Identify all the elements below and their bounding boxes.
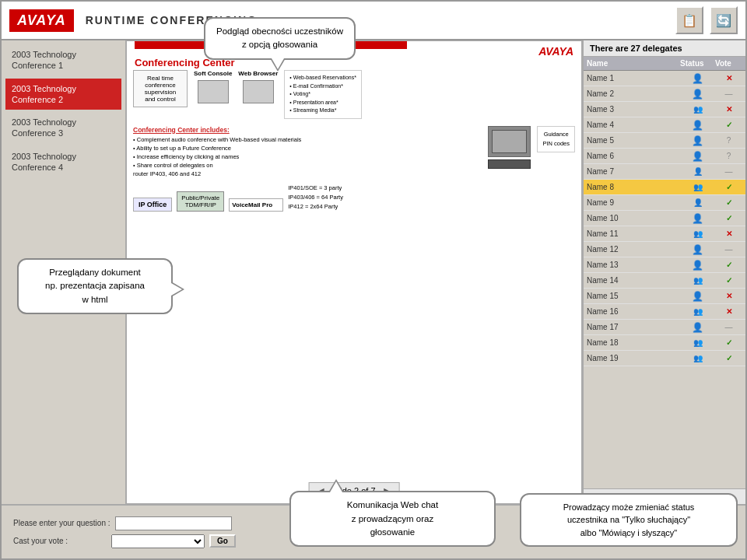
slide-bottom-row: IP Office Public/PrivateTDM/FR/IP VoiceM… — [127, 181, 581, 214]
table-row: Name 18 👥 ✓ — [584, 335, 745, 351]
bubble2-text: Przeglądany dokumentnp. prezentacja zapi… — [45, 268, 145, 304]
sidebar-item-conf1[interactable]: 2003 TechnologyConference 1 — [5, 44, 121, 76]
bubble4-text: Prowadzący może zmieniać statusuczestnik… — [563, 502, 695, 537]
table-row: Name 4 👤 ✓ — [584, 117, 745, 133]
bottom-form: Please enter your question : Cast your v… — [13, 516, 236, 548]
vote-select[interactable]: Option 1 Option 2 — [111, 534, 205, 548]
guidance-label: Guidance — [542, 130, 570, 139]
voicemail-box: VoiceMail Pro — [229, 198, 283, 212]
slide-content: AVAYA Conferencing Center Real timeconfe… — [127, 41, 581, 503]
delegates-panel: There are 27 delegates Name Status Vote … — [582, 40, 745, 504]
table-row-highlighted: Name 8 👥 ✓ — [584, 180, 745, 195]
col-name: Name — [587, 59, 680, 68]
bubble-web-chat: Komunikacja Web chatz prowadzącym orazgł… — [289, 491, 496, 547]
vote-label: Cast your vote : — [13, 537, 107, 545]
soft-console-group: Soft Console — [194, 70, 232, 105]
table-row: Name 15 👤 ✕ — [584, 289, 745, 304]
slide-middle: Conferencing Center includes: • Compleme… — [127, 122, 581, 181]
table-row: Name 11 👥 ✕ — [584, 226, 745, 242]
sidebar-item-conf2[interactable]: 2003 TechnologyConference 2 — [5, 79, 121, 110]
public-private-box: Public/PrivateTDM/FR/IP — [177, 191, 224, 212]
bullet4b: router IP403, 406 and 412 — [133, 170, 482, 177]
sidebar-item-conf3[interactable]: 2003 TechnologyConference 3 — [5, 112, 121, 144]
table-row: Name 19 👥 ✓ — [584, 351, 745, 366]
web-browser-icon — [243, 80, 274, 103]
header-bar: AVAYA RUNTIME CONFERENCING 📋 🔄 — [2, 2, 745, 40]
question-input[interactable] — [115, 516, 232, 530]
bubble-document-view: Przeglądany dokumentnp. prezentacja zapi… — [17, 258, 173, 314]
slide-includes: Conferencing Center includes: • Compleme… — [133, 126, 482, 177]
pin-codes-label: PIN codes — [542, 139, 570, 149]
bullet1: • Complement audio conference with Web-b… — [133, 136, 482, 143]
bubble-host-control: Prowadzący może zmieniać statusuczestnik… — [520, 493, 738, 548]
presentation-area: AVAYA Conferencing Center Real timeconfe… — [126, 40, 582, 504]
device-icon — [488, 159, 531, 169]
vote-row: Cast your vote : Option 1 Option 2 Go — [13, 534, 236, 548]
go-button[interactable]: Go — [209, 534, 236, 548]
table-row: Name 5 👤 ? — [584, 133, 745, 149]
table-row: Name 3 👥 ✕ — [584, 102, 745, 117]
guidance-box: Guidance PIN codes — [537, 126, 575, 152]
table-row: Name 1 👤 ✕ — [584, 71, 745, 86]
table-row: Name 14 👥 ✓ — [584, 273, 745, 289]
realtime-box: Real timeconferencesupervisionand contro… — [133, 70, 188, 107]
question-row: Please enter your question : — [13, 516, 236, 530]
web-features-box: • Web-based Reservations* • E-mail Confi… — [284, 70, 362, 119]
hardware-group — [488, 126, 531, 169]
table-row: Name 13 👤 ✓ — [584, 257, 745, 273]
app-window: AVAYA RUNTIME CONFERENCING 📋 🔄 2003 Tech… — [0, 0, 747, 560]
table-row: Name 17 👤 — — [584, 320, 745, 335]
server-icon — [488, 126, 531, 157]
web-browser-group: Web Browser — [238, 70, 278, 105]
bubble-delegates-preview: Podgląd obecności uczestników z opcją gł… — [204, 17, 356, 60]
table-row: Name 16 👥 ✕ — [584, 304, 745, 320]
slide-boxes-row: Real timeconferencesupervisionand contro… — [127, 70, 581, 119]
table-row: Name 9 👤 ✓ — [584, 195, 745, 211]
slide-avaya-logo: AVAYA — [538, 45, 573, 58]
table-row: Name 2 👤 — — [584, 86, 745, 102]
ip-details: IP401/SOE = 3 party IP403/406 = 64 Party… — [288, 184, 343, 212]
table-row: Name 7 👤 — — [584, 164, 745, 180]
header-icons: 📋 🔄 — [675, 6, 738, 34]
col-vote: Vote — [715, 59, 742, 68]
refresh-icon-btn[interactable]: 🔄 — [710, 6, 738, 34]
col-status: Status — [680, 59, 715, 68]
clipboard-icon-btn[interactable]: 📋 — [675, 6, 703, 34]
soft-console-label: Soft Console — [194, 70, 232, 77]
soft-console-icon — [198, 80, 229, 103]
sidebar-item-conf4[interactable]: 2003 TechnologyConference 4 — [5, 146, 121, 178]
ip-office-box: IP Office — [133, 198, 172, 212]
table-row: Name 6 👤 ? — [584, 149, 745, 164]
table-row: Name 10 👤 ✓ — [584, 211, 745, 226]
bullet3: • Increase efficiency by clicking at nam… — [133, 153, 482, 160]
delegates-columns-header: Name Status Vote — [584, 57, 745, 71]
includes-header: Conferencing Center includes: — [133, 126, 482, 134]
avaya-logo: AVAYA — [9, 9, 74, 32]
table-row: Name 12 👤 — — [584, 242, 745, 257]
bullet2: • Ability to set up a Future Conference — [133, 145, 482, 152]
question-label: Please enter your question : — [13, 519, 110, 527]
bullet4: • Share control of delegates on — [133, 162, 482, 169]
delegates-list[interactable]: Name 1 👤 ✕ Name 2 👤 — Name 3 👥 ✕ Name 4 … — [584, 71, 745, 488]
delegates-header: There are 27 delegates — [584, 40, 745, 57]
bubble3-text: Komunikacja Web chatz prowadzącym orazgł… — [347, 500, 438, 537]
